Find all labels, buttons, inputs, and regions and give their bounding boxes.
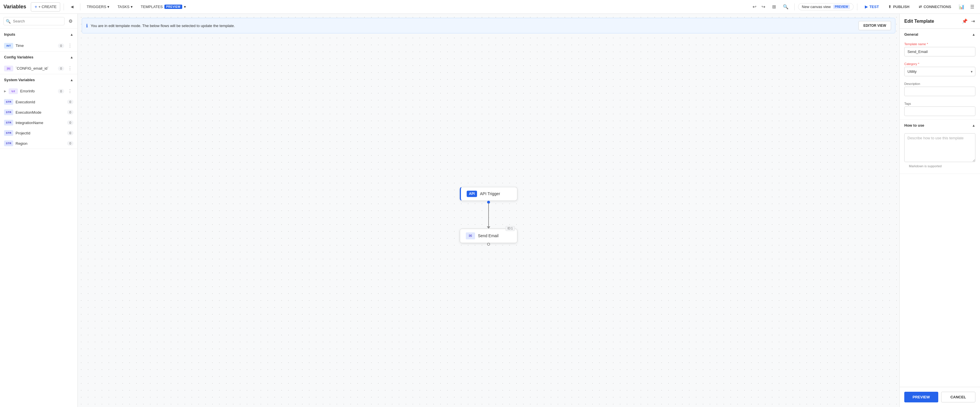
send-email-label: Send Email xyxy=(478,234,499,238)
nav-divider-1 xyxy=(64,3,64,10)
canvas-view-selector[interactable]: New canvas view PREVIEW xyxy=(798,3,854,10)
right-panel-header: Edit Template 📌 ⇥ xyxy=(900,14,980,29)
tags-label: Tags xyxy=(904,102,975,105)
analytics-button[interactable]: 📊 xyxy=(956,2,967,11)
filter-button[interactable]: ⚙ xyxy=(67,17,74,25)
publish-button[interactable]: ⬆ PUBLISH xyxy=(884,3,913,11)
triggers-button[interactable]: TRIGGERS ▾ xyxy=(84,3,112,11)
how-to-use-collapse-icon: ▲ xyxy=(972,124,975,127)
sidebar-item-label: ErrorInfo xyxy=(20,89,56,93)
system-collapse-icon: ▲ xyxy=(70,78,73,82)
nav-right-group: ▶ TEST ⬆ PUBLISH ⇄ CONNECTIONS 📊 ☰ xyxy=(861,2,977,11)
search-icon: 🔍 xyxy=(6,19,11,24)
email-icon: ✉ xyxy=(466,232,475,239)
sidebar-item-label: `CONFIG_email_id` xyxy=(16,66,56,70)
editor-view-button[interactable]: EDITOR VIEW xyxy=(859,21,891,30)
how-to-use-textarea[interactable] xyxy=(904,133,975,162)
templates-button[interactable]: TEMPLATES PREVIEW ▾ xyxy=(138,3,189,11)
type-badge-uj: UJ xyxy=(9,88,18,94)
app-title: Variables xyxy=(3,4,26,10)
zoom-button[interactable]: 🔍 xyxy=(781,2,791,11)
config-section-title: Config Variables xyxy=(4,55,33,59)
description-input[interactable] xyxy=(904,87,975,96)
list-item[interactable]: STR ExecutionMode 0 xyxy=(0,107,78,118)
config-section-header[interactable]: Config Variables ▲ xyxy=(0,51,78,63)
cancel-button[interactable]: CANCEL xyxy=(941,392,976,402)
item-count: 0 xyxy=(58,43,64,48)
description-label: Description xyxy=(904,82,975,86)
sidebar-item-label: ExecutionId xyxy=(16,100,65,104)
collapse-button[interactable]: ◄ xyxy=(67,3,76,11)
system-section-header[interactable]: System Variables ▲ xyxy=(0,74,78,86)
list-item[interactable]: STR IntegrationName 0 xyxy=(0,118,78,128)
main-layout: 🔍 ⚙ Inputs ▲ INT Time 0 ⋮ Config Variabl… xyxy=(0,14,980,407)
list-item[interactable]: INT Time 0 ⋮ xyxy=(0,40,78,51)
general-section: General ▲ Template name * Category * Uti… xyxy=(900,29,980,120)
undo-button[interactable]: ↩ xyxy=(750,2,759,11)
sidebar-item-label: Time xyxy=(16,43,56,48)
canvas-preview-badge: PREVIEW xyxy=(833,5,850,9)
tasks-button[interactable]: TASKS ▾ xyxy=(115,3,135,11)
item-menu-icon[interactable]: ⋮ xyxy=(67,42,73,49)
list-item[interactable]: STR ExecutionId 0 xyxy=(0,97,78,107)
nav-divider-3 xyxy=(794,3,795,10)
publish-label: PUBLISH xyxy=(893,5,910,9)
canvas-view-label: New canvas view xyxy=(802,5,830,9)
general-section-header[interactable]: General ▲ xyxy=(900,29,980,40)
list-item[interactable]: ▶ UJ ErrorInfo 0 ⋮ xyxy=(0,86,78,97)
type-badge-str: STR xyxy=(4,140,13,146)
list-item[interactable]: STR ProjectId 0 xyxy=(0,128,78,138)
item-count: 0 xyxy=(67,131,73,135)
pin-button[interactable]: 📌 xyxy=(961,18,968,24)
create-button[interactable]: + + CREATE xyxy=(31,2,60,11)
list-item[interactable]: |S| `CONFIG_email_id` 0 ⋮ xyxy=(0,63,78,74)
panel-bottom-actions: PREVIEW CANCEL xyxy=(900,387,980,407)
api-trigger-node[interactable]: API API Trigger xyxy=(460,187,517,200)
list-item[interactable]: STR Region 0 xyxy=(0,138,78,148)
nav-divider-2 xyxy=(80,3,80,10)
right-panel-actions: 📌 ⇥ xyxy=(961,18,975,24)
connector-arrow-icon xyxy=(487,226,490,229)
description-field: Description xyxy=(900,80,980,100)
tags-input[interactable] xyxy=(904,107,975,116)
top-nav: Variables + + CREATE ◄ TRIGGERS ▾ TASKS … xyxy=(0,0,980,14)
item-count: 0 xyxy=(67,110,73,114)
tasks-group: TASKS ▾ xyxy=(115,3,135,11)
item-count: 0 xyxy=(67,100,73,104)
templates-label: TEMPLATES xyxy=(141,5,163,9)
tags-field: Tags xyxy=(900,100,980,119)
connections-icon: ⇄ xyxy=(919,5,922,9)
send-email-node[interactable]: ID:1 ✉ Send Email xyxy=(460,229,517,243)
redo-button[interactable]: ↪ xyxy=(759,2,768,11)
template-name-label: Template name * xyxy=(904,42,975,46)
sidebar-section-system: System Variables ▲ ▶ UJ ErrorInfo 0 ⋮ ST… xyxy=(0,74,78,149)
sidebar-item-label: ExecutionMode xyxy=(16,110,65,114)
markdown-hint: Markdown is supported xyxy=(904,163,975,170)
system-section-title: System Variables xyxy=(4,78,35,82)
plus-icon: + xyxy=(35,4,37,10)
expand-panel-button[interactable]: ⇥ xyxy=(970,18,975,24)
sidebar-section-config: Config Variables ▲ |S| `CONFIG_email_id`… xyxy=(0,51,78,74)
left-sidebar: 🔍 ⚙ Inputs ▲ INT Time 0 ⋮ Config Variabl… xyxy=(0,14,78,407)
search-input[interactable] xyxy=(3,17,65,25)
test-label: TEST xyxy=(869,5,879,9)
inputs-section-header[interactable]: Inputs ▲ xyxy=(0,29,78,40)
preview-button[interactable]: PREVIEW xyxy=(904,392,938,402)
item-menu-icon[interactable]: ⋮ xyxy=(67,65,73,72)
item-menu-icon[interactable]: ⋮ xyxy=(67,88,73,94)
test-button[interactable]: ▶ TEST xyxy=(861,3,883,11)
item-count: 0 xyxy=(58,66,64,71)
sidebar-item-label: IntegrationName xyxy=(16,121,65,125)
hamburger-menu-button[interactable]: ☰ xyxy=(968,2,977,11)
how-to-use-section-header[interactable]: How to use ▲ xyxy=(900,120,980,131)
sidebar-section-inputs: Inputs ▲ INT Time 0 ⋮ xyxy=(0,29,78,51)
triggers-group: TRIGGERS ▾ xyxy=(84,3,112,11)
type-badge-int: INT xyxy=(4,43,13,49)
inputs-section-title: Inputs xyxy=(4,32,15,37)
connections-button[interactable]: ⇄ CONNECTIONS xyxy=(915,3,955,11)
connections-label: CONNECTIONS xyxy=(924,5,951,9)
template-name-input[interactable] xyxy=(904,47,975,56)
category-select[interactable]: Utility Communication Data Finance IT xyxy=(904,67,975,76)
layout-button[interactable]: ⊞ xyxy=(770,2,778,11)
info-banner: ℹ You are in edit template mode. The bel… xyxy=(82,18,896,33)
